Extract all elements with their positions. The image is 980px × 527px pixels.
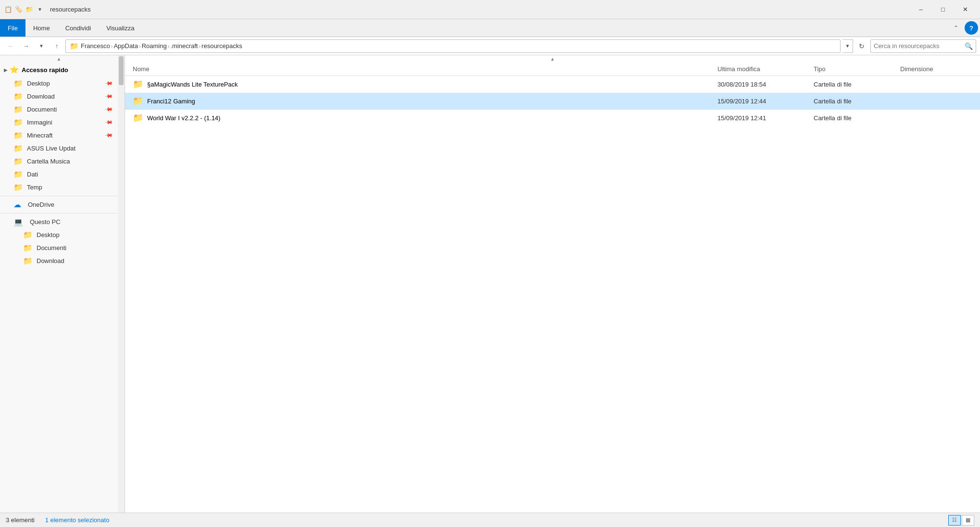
sidebar-divider-1 <box>0 196 118 196</box>
folder-icon-immagini: 📁 <box>13 118 23 127</box>
tab-home[interactable]: Home <box>25 19 58 37</box>
file-modified-1: 15/09/2019 12:44 <box>717 98 814 105</box>
col-header-name[interactable]: Nome <box>133 65 717 73</box>
folder-icon-download-2: 📁 <box>23 256 33 265</box>
address-path[interactable]: 📁 Francesco › AppData › Roaming › .minec… <box>65 39 841 53</box>
path-folder-icon: 📁 <box>70 42 79 50</box>
breadcrumb-part-2[interactable]: AppData <box>113 42 138 50</box>
window-controls: – □ ✕ <box>910 0 976 19</box>
main-area: ▲ ▶ ⭐ Accesso rapido 📁 Desktop 📌 📁 Downl… <box>0 55 980 513</box>
scroll-up-indicator: ▲ <box>0 55 118 63</box>
sidebar-label-questo-pc: Questo PC <box>30 218 61 226</box>
search-input[interactable] <box>874 42 965 50</box>
sidebar-item-musica[interactable]: 📁 Cartella Musica <box>0 155 118 168</box>
large-icons-view-button[interactable]: ▦ <box>962 515 974 526</box>
tab-visualizza[interactable]: Visualizza <box>99 19 142 37</box>
file-row-0[interactable]: 📁 §aMagicWands Lite TexturePack 30/08/20… <box>125 76 980 93</box>
quick-access-header[interactable]: ▶ ⭐ Accesso rapido <box>0 63 118 77</box>
sidebar-item-download-1[interactable]: 📁 Download 📌 <box>0 90 118 103</box>
breadcrumb-part-5[interactable]: resourcepacks <box>201 42 242 50</box>
breadcrumb-part-4[interactable]: .minecraft <box>170 42 198 50</box>
address-dropdown-button[interactable]: ▼ <box>842 39 853 53</box>
sidebar-item-asus[interactable]: 📁 ASUS Live Updat <box>0 142 118 155</box>
app-icon-2: 🏷️ <box>14 5 23 14</box>
folder-icon-dati: 📁 <box>13 170 23 179</box>
ribbon-collapse-button[interactable]: ⌃ <box>949 21 963 35</box>
folder-icon-row-1: 📁 <box>133 96 143 106</box>
up-button[interactable]: ↑ <box>50 39 63 53</box>
app-icon-3: 📁 <box>25 5 34 14</box>
maximize-button[interactable]: □ <box>932 0 954 19</box>
sidebar-divider-2 <box>0 213 118 213</box>
minimize-button[interactable]: – <box>910 0 932 19</box>
file-row-2[interactable]: 📁 World War I v2.2.2 - (1.14) 15/09/2019… <box>125 110 980 126</box>
sidebar-item-documenti-1[interactable]: 📁 Documenti 📌 <box>0 103 118 116</box>
sidebar-scrollbar[interactable] <box>118 55 125 513</box>
sep-4: › <box>199 43 201 49</box>
ribbon-tabs: File Home Condividi Visualizza ⌃ ? <box>0 19 980 37</box>
content-scroll-up[interactable]: ▲ <box>550 56 555 62</box>
quick-access-star-icon: ⭐ <box>10 65 19 74</box>
content-area: ▲ Nome Ultima modifica Tipo Dimensione 📁… <box>125 55 980 513</box>
file-modified-0: 30/08/2019 18:54 <box>717 81 814 88</box>
breadcrumb-part-1[interactable]: Francesco <box>81 42 110 50</box>
sidebar-label-temp: Temp <box>27 184 42 191</box>
sidebar-label-musica: Cartella Musica <box>27 158 70 165</box>
sidebar-item-dati[interactable]: 📁 Dati <box>0 168 118 181</box>
sidebar-item-onedrive[interactable]: ☁ OneDrive <box>0 198 118 211</box>
file-row-1[interactable]: 📁 Franci12 Gaming 15/09/2019 12:44 Carte… <box>125 93 980 110</box>
folder-icon-temp: 📁 <box>13 183 23 192</box>
dropdown-arrow-icon[interactable]: ▼ <box>36 5 44 14</box>
file-list-header: Nome Ultima modifica Tipo Dimensione <box>125 63 980 76</box>
forward-button[interactable]: → <box>19 39 33 53</box>
title-bar: 📋 🏷️ 📁 ▼ resourcepacks – □ ✕ <box>0 0 980 19</box>
sep-1: › <box>111 43 113 49</box>
sidebar-label-minecraft: Minecraft <box>27 132 52 139</box>
sidebar-item-desktop-2[interactable]: 📁 Desktop <box>0 228 118 241</box>
sidebar-scroll-thumb[interactable] <box>119 56 124 85</box>
scroll-up-arrow[interactable]: ▲ <box>57 56 62 62</box>
address-bar: ← → ▼ ↑ 📁 Francesco › AppData › Roaming … <box>0 37 980 55</box>
file-name-0: §aMagicWands Lite TexturePack <box>147 81 717 88</box>
sidebar-item-questo-pc[interactable]: 💻 Questo PC <box>0 215 118 228</box>
tab-condividi[interactable]: Condividi <box>58 19 99 37</box>
ribbon-spacer <box>142 19 949 37</box>
breadcrumb-part-3[interactable]: Roaming <box>142 42 167 50</box>
sidebar-label-onedrive: OneDrive <box>28 201 54 208</box>
sidebar-item-immagini[interactable]: 📁 Immagini 📌 <box>0 116 118 129</box>
close-button[interactable]: ✕ <box>954 0 976 19</box>
col-header-size[interactable]: Dimensione <box>900 65 972 73</box>
sidebar-item-desktop-1[interactable]: 📁 Desktop 📌 <box>0 77 118 90</box>
folder-icon-desktop-2: 📁 <box>23 230 33 239</box>
details-view-button[interactable]: ☷ <box>948 515 961 526</box>
folder-icon-download-1: 📁 <box>13 92 23 101</box>
content-scroll-indicator: ▲ <box>125 55 980 63</box>
sidebar-label-asus: ASUS Live Updat <box>27 145 75 152</box>
search-icon[interactable]: 🔍 <box>965 42 973 50</box>
folder-icon-asus: 📁 <box>13 144 23 153</box>
window-title: resourcepacks <box>50 6 910 13</box>
status-bar: 3 elementi 1 elemento selezionato ☷ ▦ <box>0 513 980 527</box>
sidebar-item-minecraft[interactable]: 📁 Minecraft 📌 <box>0 129 118 142</box>
sidebar-item-temp[interactable]: 📁 Temp <box>0 181 118 194</box>
sidebar-label-desktop-2: Desktop <box>37 231 60 238</box>
tab-file[interactable]: File <box>0 19 25 37</box>
refresh-button[interactable]: ↻ <box>855 39 868 53</box>
sidebar-label-desktop-1: Desktop <box>27 80 50 87</box>
col-header-modified[interactable]: Ultima modifica <box>717 65 814 73</box>
search-box[interactable]: 🔍 <box>870 39 976 53</box>
sidebar-label-download-2: Download <box>37 257 64 264</box>
sidebar-item-download-2[interactable]: 📁 Download <box>0 254 118 267</box>
folder-icon-row-2: 📁 <box>133 113 143 123</box>
sidebar-label-documenti-1: Documenti <box>27 106 57 113</box>
col-header-type[interactable]: Tipo <box>814 65 900 73</box>
breadcrumbs: Francesco › AppData › Roaming › .minecra… <box>81 42 242 50</box>
back-button[interactable]: ← <box>4 39 17 53</box>
sidebar-item-documenti-2[interactable]: 📁 Documenti <box>0 241 118 254</box>
recent-locations-button[interactable]: ▼ <box>35 39 48 53</box>
file-type-0: Cartella di file <box>814 81 900 88</box>
quick-access-chevron: ▶ <box>4 67 8 73</box>
sidebar-label-documenti-2: Documenti <box>37 244 66 251</box>
help-button[interactable]: ? <box>965 21 978 35</box>
sep-3: › <box>168 43 170 49</box>
